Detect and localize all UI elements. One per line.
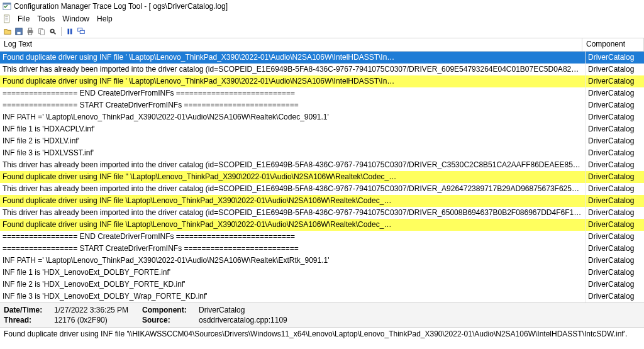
- log-row-text: Found duplicate driver using INF file ' …: [0, 75, 586, 87]
- menu-bar: File Tools Window Help: [0, 13, 644, 25]
- log-body[interactable]: Found duplicate driver using INF file ' …: [0, 52, 644, 302]
- log-row-text: This driver has already been imported in…: [0, 207, 586, 219]
- log-row-text: INF file 2 is 'HDX_LenovoExt_DOLBY_FORTE…: [0, 279, 586, 291]
- menu-tools[interactable]: Tools: [35, 14, 60, 24]
- log-row-component: DriverCatalog: [586, 171, 644, 183]
- log-row[interactable]: This driver has already been imported in…: [0, 183, 644, 195]
- log-column-headers: Log Text Component: [0, 38, 644, 52]
- log-row-component: DriverCatalog: [586, 219, 644, 231]
- log-row-component: DriverCatalog: [586, 123, 644, 135]
- log-row[interactable]: Found duplicate driver using INF file \L…: [0, 219, 644, 231]
- log-row[interactable]: INF file 2 is 'HDXLV.inf'DriverCatalog: [0, 135, 644, 147]
- log-row-component: DriverCatalog: [586, 159, 644, 171]
- log-row[interactable]: INF PATH =' \Laptop\Lenovo_ThinkPad_X390…: [0, 111, 644, 123]
- log-row-component: DriverCatalog: [586, 87, 644, 99]
- open-button[interactable]: [3, 26, 13, 36]
- log-row-component: DriverCatalog: [586, 99, 644, 111]
- log-row-text: INF file 2 is 'HDXLV.inf': [0, 135, 586, 147]
- log-row-text: This driver has already been imported in…: [0, 183, 586, 195]
- log-row-component: DriverCatalog: [586, 279, 644, 291]
- log-row-text: ================= START CreateDriverFrom…: [0, 243, 586, 255]
- details-component-value: DriverCatalog: [199, 306, 640, 314]
- column-header-component[interactable]: Component: [582, 38, 644, 51]
- log-row-text: INF file 3 is 'HDX_LenovoExt_DOLBY_Wrap_…: [0, 291, 586, 302]
- log-row-component: DriverCatalog: [586, 255, 644, 267]
- log-row-text: INF PATH =' \Laptop\Lenovo_ThinkPad_X390…: [0, 111, 586, 123]
- toolbar: [0, 25, 644, 38]
- details-datetime-label: Date/Time:: [4, 306, 54, 314]
- log-row[interactable]: Found duplicate driver using INF file ' …: [0, 75, 644, 87]
- svg-rect-10: [28, 33, 31, 35]
- menu-file[interactable]: File: [15, 14, 35, 24]
- svg-rect-2: [4, 15, 9, 23]
- log-row-component: DriverCatalog: [586, 75, 644, 87]
- log-container: Log Text Component Found duplicate drive…: [0, 38, 644, 302]
- document-icon: [3, 14, 11, 23]
- log-row-component: DriverCatalog: [586, 195, 644, 207]
- log-row[interactable]: This driver has already been imported in…: [0, 64, 644, 75]
- log-row[interactable]: INF file 1 is 'HDXACPLV.inf'DriverCatalo…: [0, 123, 644, 135]
- log-row[interactable]: Found duplicate driver using INF file \L…: [0, 195, 644, 207]
- log-row[interactable]: This driver has already been imported in…: [0, 159, 644, 171]
- log-row[interactable]: ================= START CreateDriverFrom…: [0, 99, 644, 111]
- details-source-value: osddrivercatalog.cpp:1109: [199, 316, 640, 324]
- log-row-text: ================= END CreateDriverFromIN…: [0, 231, 586, 243]
- log-row-text: ================= END CreateDriverFromIN…: [0, 87, 586, 99]
- log-row-component: DriverCatalog: [586, 147, 644, 159]
- window-title: Configuration Manager Trace Log Tool - […: [14, 2, 228, 11]
- log-row-component: DriverCatalog: [586, 207, 644, 219]
- log-row-text: Found duplicate driver using INF file \L…: [0, 219, 586, 231]
- log-row-component: DriverCatalog: [586, 111, 644, 123]
- svg-rect-7: [17, 32, 20, 35]
- svg-point-13: [51, 30, 54, 33]
- log-row[interactable]: INF file 3 is 'HDX_LenovoExt_DOLBY_Wrap_…: [0, 291, 644, 302]
- status-bar: Found duplicate driver using INF file '\…: [0, 327, 644, 340]
- details-thread-label: Thread:: [4, 316, 54, 324]
- log-row[interactable]: INF file 2 is 'HDX_LenovoExt_DOLBY_FORTE…: [0, 279, 644, 291]
- log-row-component: DriverCatalog: [586, 291, 644, 302]
- log-row-component: DriverCatalog: [586, 135, 644, 147]
- copy-button[interactable]: [36, 26, 47, 36]
- log-row-component: DriverCatalog: [586, 243, 644, 255]
- svg-rect-18: [80, 30, 84, 33]
- log-row-component: DriverCatalog: [586, 64, 644, 75]
- log-row[interactable]: Found duplicate driver using INF file ' …: [0, 52, 644, 64]
- log-row-text: Found duplicate driver using INF file ' …: [0, 52, 586, 64]
- log-row[interactable]: This driver has already been imported in…: [0, 207, 644, 219]
- svg-line-14: [54, 33, 56, 35]
- toolbar-separator: [61, 27, 62, 36]
- svg-rect-16: [70, 29, 72, 35]
- print-button[interactable]: [25, 26, 35, 36]
- log-row[interactable]: ================= END CreateDriverFromIN…: [0, 231, 644, 243]
- log-row[interactable]: INF file 1 is 'HDX_LenovoExt_DOLBY_FORTE…: [0, 267, 644, 279]
- log-row-text: INF file 3 is 'HDXLVSST.inf': [0, 147, 586, 159]
- stacked-windows-button[interactable]: [76, 26, 86, 36]
- menu-help[interactable]: Help: [94, 14, 118, 24]
- column-header-logtext[interactable]: Log Text: [0, 38, 582, 51]
- find-button[interactable]: [48, 26, 58, 36]
- menu-window[interactable]: Window: [60, 14, 94, 24]
- log-row-text: INF file 1 is 'HDXACPLV.inf': [0, 123, 586, 135]
- app-icon: [3, 2, 11, 11]
- log-row[interactable]: Found duplicate driver using INF file ''…: [0, 171, 644, 183]
- log-row[interactable]: INF file 3 is 'HDXLVSST.inf'DriverCatalo…: [0, 147, 644, 159]
- svg-rect-1: [3, 3, 11, 5]
- details-source-label: Source:: [142, 316, 199, 324]
- log-row[interactable]: ================= START CreateDriverFrom…: [0, 243, 644, 255]
- svg-rect-9: [28, 28, 31, 31]
- details-pane: Date/Time: 1/27/2022 3:36:25 PM Componen…: [0, 302, 644, 327]
- details-component-label: Component:: [142, 306, 199, 314]
- log-row-component: DriverCatalog: [586, 52, 644, 64]
- pause-button[interactable]: [65, 26, 75, 36]
- log-row[interactable]: ================= END CreateDriverFromIN…: [0, 87, 644, 99]
- log-row-text: Found duplicate driver using INF file \L…: [0, 195, 586, 207]
- log-row-text: Found duplicate driver using INF file ''…: [0, 171, 586, 183]
- save-button[interactable]: [14, 26, 24, 36]
- log-row-text: INF file 1 is 'HDX_LenovoExt_DOLBY_FORTE…: [0, 267, 586, 279]
- log-row-component: DriverCatalog: [586, 183, 644, 195]
- svg-rect-12: [40, 30, 44, 35]
- log-row[interactable]: INF PATH =' \Laptop\Lenovo_ThinkPad_X390…: [0, 255, 644, 267]
- svg-rect-15: [68, 29, 70, 35]
- log-row-text: INF PATH =' \Laptop\Lenovo_ThinkPad_X390…: [0, 255, 586, 267]
- status-text: Found duplicate driver using INF file '\…: [4, 330, 627, 338]
